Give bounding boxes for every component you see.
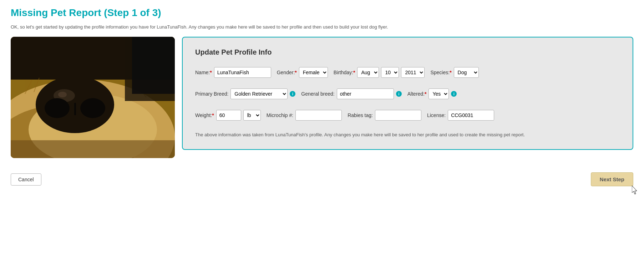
svg-rect-14: [11, 140, 175, 158]
license-field: License:: [427, 110, 494, 121]
microchip-field: Microchip #:: [267, 110, 342, 121]
species-label: Species:*: [430, 70, 451, 75]
form-row-1: Name:* Gender:* Female Male Birthday:*: [195, 67, 620, 78]
cursor-icon: [632, 186, 640, 196]
next-step-button[interactable]: Next Step: [591, 172, 633, 186]
birthday-year-select[interactable]: 2011 2005200620072008 200920102012: [401, 67, 425, 78]
form-row-3: Weight:* lb kg Microchip #: Rabies tag: …: [195, 110, 620, 121]
next-step-container: Next Step: [591, 172, 633, 186]
page-title: Missing Pet Report (Step 1 of 3): [11, 7, 633, 19]
birthday-day-select[interactable]: 10 1234 5678 91112: [381, 67, 399, 78]
primary-breed-field: Primary Breed: Golden Retriever Labrador…: [195, 88, 295, 99]
gender-label: Gender:*: [277, 70, 297, 75]
species-field: Species:* Dog Cat Other: [430, 67, 478, 78]
general-breed-field: General breed: i: [301, 88, 401, 99]
primary-breed-info-icon[interactable]: i: [290, 91, 295, 97]
rabies-input[interactable]: [375, 110, 421, 121]
species-select[interactable]: Dog Cat Other: [454, 67, 479, 78]
gender-select[interactable]: Female Male: [299, 67, 328, 78]
altered-field: Altered:* Yes No i: [407, 88, 457, 99]
cancel-button[interactable]: Cancel: [11, 173, 41, 186]
altered-select[interactable]: Yes No: [429, 88, 449, 99]
svg-rect-16: [132, 37, 175, 94]
name-label: Name:*: [195, 70, 212, 75]
intro-text: OK, so let's get started by updating the…: [11, 24, 439, 30]
svg-point-9: [80, 98, 105, 118]
weight-field: Weight:* lb kg: [195, 110, 261, 121]
page-footer: Cancel Next Step: [11, 169, 633, 186]
svg-point-7: [58, 92, 67, 97]
pet-photo-container: [11, 37, 175, 158]
pet-photo: [11, 37, 175, 158]
rabies-label: Rabies tag:: [348, 112, 373, 118]
form-panel: Update Pet Profile Info Name:* Gender:* …: [182, 37, 633, 150]
birthday-label: Birthday:*: [334, 70, 355, 75]
gender-field: Gender:* Female Male: [277, 67, 328, 78]
name-field: Name:*: [195, 67, 271, 78]
altered-label: Altered:*: [407, 91, 427, 97]
license-label: License:: [427, 112, 446, 118]
primary-breed-label: Primary Breed:: [195, 91, 228, 97]
birthday-field: Birthday:* Aug JanFebMarApr MayJunJul Se…: [334, 67, 425, 78]
svg-point-8: [45, 98, 70, 118]
weight-input[interactable]: [216, 110, 241, 121]
weight-label: Weight:*: [195, 112, 214, 118]
primary-breed-select[interactable]: Golden Retriever Labrador Poodle Other: [230, 88, 288, 99]
main-content: Update Pet Profile Info Name:* Gender:* …: [11, 37, 633, 158]
name-input[interactable]: [214, 67, 271, 78]
rabies-field: Rabies tag:: [348, 110, 421, 121]
form-panel-title: Update Pet Profile Info: [195, 48, 620, 56]
microchip-input[interactable]: [295, 110, 342, 121]
svg-marker-17: [632, 186, 637, 194]
general-breed-input[interactable]: [337, 88, 394, 99]
license-input[interactable]: [448, 110, 494, 121]
altered-info-icon[interactable]: i: [451, 91, 457, 97]
general-breed-info-icon[interactable]: i: [396, 91, 402, 97]
general-breed-label: General breed:: [301, 91, 334, 97]
form-row-2: Primary Breed: Golden Retriever Labrador…: [195, 88, 620, 99]
weight-unit-select[interactable]: lb kg: [243, 110, 261, 121]
form-footer-note: The above information was taken from Lun…: [195, 131, 620, 138]
birthday-month-select[interactable]: Aug JanFebMarApr MayJunJul SepOctNovDec: [357, 67, 379, 78]
svg-rect-10: [74, 103, 76, 115]
microchip-label: Microchip #:: [267, 112, 293, 118]
